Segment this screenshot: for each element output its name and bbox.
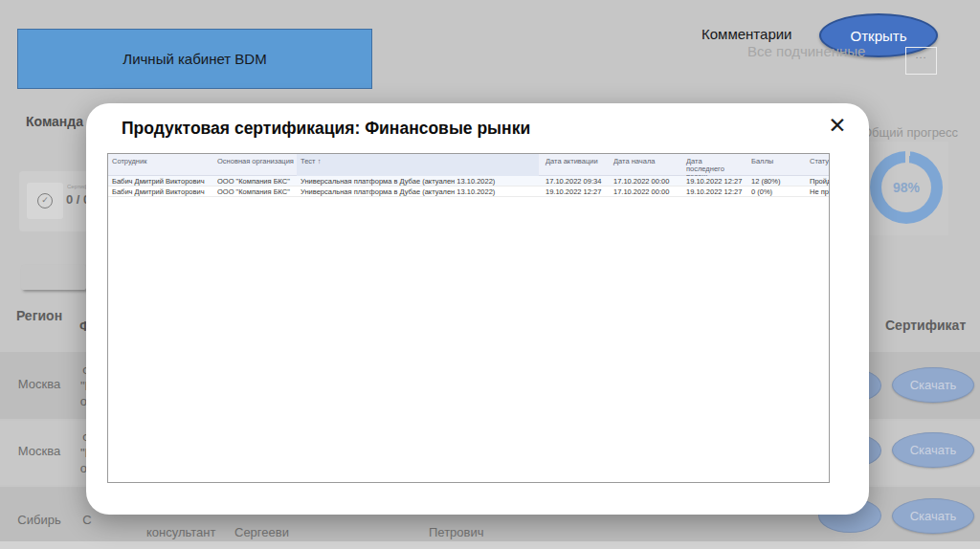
progress-donut-chart: 98% (870, 151, 943, 224)
comments-label: Комментарии (702, 26, 791, 42)
start-date-cell: 17.10.2022 00:00 (613, 176, 684, 187)
sort-asc-icon: ↑ (318, 157, 322, 165)
download-certificate-button[interactable]: Скачать (892, 432, 974, 468)
column-header-status[interactable]: Статус (810, 158, 830, 165)
column-header-activation-date[interactable]: Дата активации (546, 158, 598, 165)
bg-table-header-region: Регион (14, 306, 64, 325)
column-header-test[interactable]: Тест ↑ (301, 158, 321, 165)
table-row[interactable]: Бабич Дмитрий Викторович ООО "Компания Б… (108, 187, 829, 197)
certification-modal: Продуктовая сертификация: Финансовые рын… (86, 103, 869, 515)
activation-date-cell: 17.10.2022 09:34 (546, 176, 612, 187)
test-cell: Универсальная платформа в Дубае (актуале… (301, 176, 544, 187)
check-circle-icon: ✓ (37, 193, 53, 209)
column-header-test-label: Тест (301, 157, 316, 165)
check-icon-box: ✓ (27, 183, 63, 219)
organization-cell: ООО "Компания БКС" (217, 187, 299, 197)
more-options-button[interactable]: ... (905, 47, 937, 75)
employee-cell: Бабич Дмитрий Викторович (112, 176, 215, 187)
hidden-action-button[interactable] (21, 265, 86, 290)
region-cell: Сибирь (14, 513, 64, 527)
table-header-row: Сотрудник Основная организация Тест ↑ Да… (108, 154, 829, 176)
ellipsis-icon: ... (915, 48, 926, 61)
bg-cell-fragment: консультант (146, 525, 215, 539)
sorted-column-highlight (297, 154, 539, 176)
all-subordinates-label: Все подчиненные (747, 43, 865, 59)
status-cell: Не пройден (810, 187, 830, 197)
bg-cell-fragment: Петрович (429, 525, 484, 539)
download-certificate-button[interactable]: Скачать (892, 367, 974, 403)
region-cell: Москва (14, 444, 64, 458)
overall-progress-title: Общий прогресс (862, 125, 958, 140)
bdm-cabinet-button[interactable]: Личный кабинет BDM (17, 29, 372, 89)
column-header-score[interactable]: Баллы (751, 158, 773, 165)
download-certificate-button[interactable]: Скачать (892, 498, 974, 534)
column-header-employee[interactable]: Сотрудник (112, 158, 146, 165)
organization-cell: ООО "Компания БКС" (217, 176, 299, 187)
last-visit-cell: 19.10.2022 12:27 (686, 176, 749, 187)
table-row[interactable]: Бабич Дмитрий Викторович ООО "Компания Б… (108, 176, 829, 187)
region-cell: Москва (14, 377, 64, 391)
test-cell: Универсальная платформа в Дубае (актуале… (301, 187, 544, 197)
overall-progress-card: 98% (864, 142, 948, 235)
bottom-strip (0, 541, 980, 549)
start-date-cell: 17.10.2022 00:00 (613, 187, 684, 197)
status-cell: Пройден (810, 176, 830, 187)
progress-donut-value: 98% (881, 163, 931, 212)
activation-date-cell: 19.10.2022 12:27 (546, 187, 612, 197)
bg-cell-fragment: Сергееви (234, 525, 289, 539)
modal-title: Продуктовая сертификация: Финансовые рын… (122, 119, 530, 139)
column-header-organization[interactable]: Основная организация (217, 158, 294, 165)
bg-table-header-certificate: Сертификат (885, 318, 966, 333)
last-visit-cell: 19.10.2022 12:27 (686, 187, 749, 197)
close-icon[interactable]: ✕ (823, 111, 852, 140)
employee-cell: Бабич Дмитрий Викторович (112, 187, 215, 197)
score-cell: 0 (0%) (751, 187, 808, 197)
team-section-title: Команда (26, 114, 83, 129)
column-header-start-date[interactable]: Дата начала (613, 158, 655, 165)
org-cell-fragment: С (71, 513, 103, 528)
certification-results-table: Сотрудник Основная организация Тест ↑ Да… (107, 153, 830, 483)
score-cell: 12 (80%) (751, 176, 808, 187)
